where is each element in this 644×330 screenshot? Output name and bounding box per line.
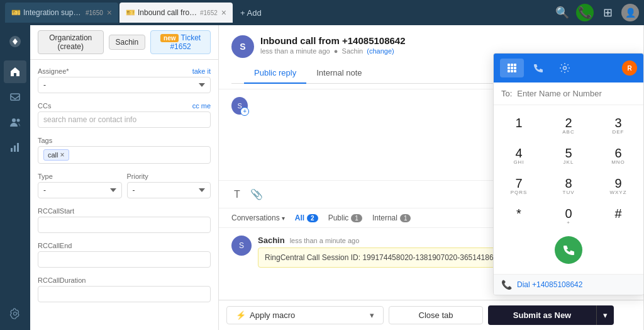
dial-row[interactable]: 📞 Dial +14085108642 [494, 274, 643, 295]
rc-call-duration-input[interactable] [38, 286, 211, 302]
assignee-select[interactable]: - [38, 77, 211, 93]
macro-chevron-icon: ▾ [370, 310, 374, 320]
add-tab-button[interactable]: + Add [234, 8, 268, 18]
key-5[interactable]: 5JKL [550, 142, 587, 169]
close-tab-button[interactable]: Close tab [389, 306, 483, 324]
content-area: Organization (create) Sachin new Ticket … [30, 25, 644, 330]
phone-settings-tab[interactable] [553, 59, 577, 77]
phone-icon[interactable]: 📞 [576, 4, 594, 21]
phone-keypad-tab[interactable] [500, 59, 524, 77]
keypad-row-3: 7PQRS 8TUV 9WXYZ [500, 172, 637, 200]
nav-settings-icon[interactable] [4, 302, 26, 325]
rc-call-duration-field: RCCallDuration [38, 276, 211, 302]
nav-inbox-icon[interactable] [4, 86, 26, 108]
take-it-link[interactable]: take it [192, 67, 211, 75]
priority-field: Priority - [127, 173, 211, 198]
rc-call-end-input[interactable] [38, 251, 211, 268]
key-8[interactable]: 8TUV [550, 172, 587, 200]
type-priority-row: Type - Priority - [38, 173, 211, 207]
conv-internal-label: Internal [372, 213, 397, 222]
key-0[interactable]: 0+ [550, 202, 587, 230]
grid-icon[interactable]: ⊞ [599, 4, 616, 21]
key-star[interactable]: * [500, 202, 538, 230]
ccs-input[interactable] [38, 111, 211, 128]
tag-call-remove[interactable]: × [60, 151, 65, 159]
org-breadcrumb[interactable]: Organization (create) [38, 30, 104, 54]
phone-to-input[interactable] [517, 89, 636, 98]
avatar-icon[interactable]: 👤 [621, 4, 639, 21]
nav-home-icon[interactable] [4, 60, 26, 83]
priority-label: Priority [127, 173, 211, 180]
tab-public-reply[interactable]: Public reply [244, 63, 306, 84]
conv-tab-all[interactable]: All 2 [295, 213, 318, 222]
tab-2-title: Inbound call from +1408... [138, 8, 197, 17]
tag-call[interactable]: call × [43, 149, 69, 161]
ticket-meta: less than a minute ago ● Sachin (change) [260, 47, 406, 55]
tab-1[interactable]: 🎫 Integration support call fro... #1650 … [5, 3, 118, 23]
rc-call-duration-label: RCCallDuration [38, 276, 211, 284]
apply-macro-button[interactable]: ⚡ Apply macro ▾ [226, 306, 384, 324]
logo-icon[interactable] [4, 30, 26, 53]
call-button-row [500, 232, 637, 268]
main-wrapper: S Inbound call from +14085108642 less th… [219, 25, 644, 330]
conv-all-label: All [295, 213, 304, 222]
conv-item-avatar: S [231, 236, 252, 256]
key-7[interactable]: 7PQRS [500, 172, 538, 200]
ticket-meta-user: Sachin [342, 47, 364, 55]
rc-logo: R [622, 60, 637, 76]
priority-select[interactable]: - [127, 182, 211, 198]
ticket-meta-time: less than a minute ago [260, 47, 330, 55]
ccs-field: CCs cc me [38, 102, 211, 128]
search-icon[interactable]: 🔍 [553, 4, 571, 21]
ticket-breadcrumb[interactable]: new Ticket #1652 [150, 30, 211, 54]
keypad: 1 2ABC 3DEF 4GHI 5JKL 6MNO 7PQRS 8TUV 9W… [494, 105, 643, 274]
lightning-icon: ⚡ [236, 310, 246, 320]
ticket-sidebar: Organization (create) Sachin new Ticket … [30, 25, 219, 330]
svg-rect-13 [508, 70, 510, 72]
rc-call-start-input[interactable] [38, 217, 211, 233]
tab-bar-actions: 🔍 📞 ⊞ 👤 [553, 4, 639, 21]
tab-1-id: #1650 [86, 9, 103, 16]
tags-container[interactable]: call × [38, 146, 211, 164]
svg-rect-15 [514, 70, 516, 72]
submit-dropdown-button[interactable]: ▾ [596, 305, 614, 325]
tab-internal-note[interactable]: Internal note [306, 63, 372, 84]
conversations-chevron: ▾ [282, 215, 285, 222]
svg-point-2 [12, 118, 16, 122]
key-6[interactable]: 6MNO [599, 142, 637, 169]
tab-2[interactable]: 🎫 Inbound call from +1408... #1652 × [119, 3, 233, 23]
tab-2-close[interactable]: × [221, 8, 226, 18]
nav-users-icon[interactable] [4, 111, 26, 134]
key-hash[interactable]: # [599, 202, 637, 230]
assignee-label: Assignee* take it [38, 67, 211, 75]
cc-me-link[interactable]: cc me [192, 102, 211, 110]
text-format-button[interactable]: T [231, 186, 243, 203]
key-1[interactable]: 1 [500, 111, 538, 139]
conv-tab-public[interactable]: Public 1 [328, 213, 362, 222]
conv-time: less than a minute ago [290, 237, 360, 244]
app-body: Organization (create) Sachin new Ticket … [0, 25, 644, 330]
ccs-label: CCs cc me [38, 102, 211, 110]
conversations-dropdown[interactable]: Conversations ▾ [231, 213, 285, 222]
submit-button[interactable]: Submit as New [488, 305, 596, 325]
phone-call-tab[interactable] [526, 59, 550, 77]
nav-chart-icon[interactable] [4, 136, 26, 159]
tab-1-title: Integration support call fro... [23, 8, 83, 17]
key-2[interactable]: 2ABC [550, 111, 587, 139]
key-9[interactable]: 9WXYZ [599, 172, 637, 200]
conv-tab-internal[interactable]: Internal 1 [372, 213, 411, 222]
add-tab-label: + Add [240, 8, 262, 18]
keypad-row-1: 1 2ABC 3DEF [500, 111, 637, 139]
ticket-meta-change[interactable]: (change) [367, 47, 394, 55]
type-select[interactable]: - [38, 182, 122, 198]
attach-button[interactable]: 📎 [248, 186, 265, 203]
key-3[interactable]: 3DEF [599, 111, 637, 139]
phone-to-label: To: [501, 89, 512, 98]
call-button[interactable] [555, 236, 582, 264]
sachin-breadcrumb[interactable]: Sachin [109, 35, 146, 50]
svg-rect-8 [511, 64, 513, 66]
key-4[interactable]: 4GHI [500, 142, 538, 169]
tab-1-close[interactable]: × [107, 8, 112, 18]
conversations-label: Conversations [231, 213, 280, 222]
rc-call-start-label: RCCallStart [38, 207, 211, 215]
